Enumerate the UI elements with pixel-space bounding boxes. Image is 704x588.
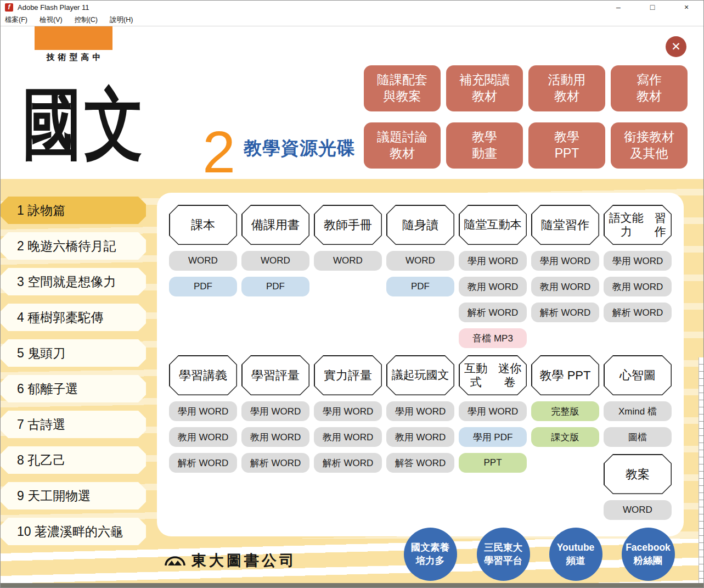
resource-button[interactable]: 學用 WORD xyxy=(604,251,672,271)
category-button-3[interactable]: 寫作教材 xyxy=(611,65,688,111)
category-button-grid: 隨課配套與教案補充閱讀教材活動用教材寫作教材議題討論教材教學動畫教學PPT銜接教… xyxy=(364,65,688,169)
resource-group-header: 備課用書 xyxy=(241,205,309,245)
resource-button[interactable]: 解析 WORD xyxy=(241,453,309,473)
resource-column-1-1: 課本WORDPDF xyxy=(169,205,237,348)
resource-button[interactable]: WORD xyxy=(169,251,237,271)
sidebar-item-lesson-1[interactable]: 1 詠物篇 xyxy=(1,197,146,224)
right-scrollbar-strip[interactable] xyxy=(699,357,704,588)
resource-button[interactable]: 學用 PDF xyxy=(459,427,527,447)
resource-button[interactable]: 課文版 xyxy=(531,427,599,447)
resource-button[interactable]: 解析 WORD xyxy=(459,303,527,322)
series-label: 技術型高中 xyxy=(35,52,112,63)
footer-link-circle-3[interactable]: Facebook粉絲團 xyxy=(622,528,675,581)
resource-button[interactable]: WORD xyxy=(604,500,672,520)
category-button-1[interactable]: 補充閱讀教材 xyxy=(446,65,523,111)
resource-column-2-7: 心智圖Xmind 檔圖檔教案WORD xyxy=(604,355,672,520)
menu-item-0[interactable]: 檔案(F) xyxy=(5,15,27,25)
resource-button[interactable]: 解析 WORD xyxy=(604,303,672,322)
footer-link-circle-1[interactable]: 三民東大學習平台 xyxy=(477,528,530,581)
resource-button[interactable]: 學用 WORD xyxy=(531,251,599,271)
footer-link-circle-2[interactable]: Youtube頻道 xyxy=(549,528,602,581)
sidebar-item-lesson-8[interactable]: 8 孔乙己 xyxy=(1,446,146,474)
resource-button[interactable]: 音檔 MP3 xyxy=(459,328,527,348)
resource-button[interactable]: 解析 WORD xyxy=(314,453,382,473)
category-button-5[interactable]: 教學動畫 xyxy=(446,122,523,169)
category-button-6[interactable]: 教學PPT xyxy=(528,122,605,169)
category-button-0[interactable]: 隨課配套與教案 xyxy=(364,65,441,111)
resource-button[interactable]: 教用 WORD xyxy=(241,427,309,447)
close-app-icon[interactable]: ✕ xyxy=(666,36,686,57)
resource-group-header: 隨堂習作 xyxy=(531,205,599,245)
resource-button[interactable]: 學用 WORD xyxy=(386,401,454,421)
menu-item-1[interactable]: 檢視(V) xyxy=(40,15,63,25)
sidebar-item-lesson-4[interactable]: 4 種樹郭橐駝傳 xyxy=(1,304,146,331)
resource-button[interactable]: 教用 WORD xyxy=(531,277,599,296)
resource-button[interactable]: PPT xyxy=(459,453,527,473)
sidebar-item-lesson-6[interactable]: 6 郁離子選 xyxy=(1,375,146,402)
resource-column-1-5: 隨堂互動本學用 WORD教用 WORD解析 WORD音檔 MP3 xyxy=(459,205,527,348)
resource-button[interactable]: 學用 WORD xyxy=(314,401,382,421)
resource-button[interactable]: 學用 WORD xyxy=(459,251,527,271)
resource-button[interactable]: Xmind 檔 xyxy=(604,401,672,421)
category-button-2[interactable]: 活動用教材 xyxy=(528,65,605,111)
resource-button[interactable]: 解析 WORD xyxy=(531,303,599,322)
resource-button[interactable]: 教用 WORD xyxy=(386,427,454,447)
resource-section-2: 學習講義學用 WORD教用 WORD解析 WORD學習評量學用 WORD教用 W… xyxy=(169,355,684,520)
sidebar-item-lesson-2[interactable]: 2 晚遊六橋待月記 xyxy=(1,232,146,260)
sidebar-item-lesson-3[interactable]: 3 空間就是想像力 xyxy=(1,268,146,295)
resource-button[interactable]: 圖檔 xyxy=(604,427,672,447)
resource-button[interactable]: 教用 WORD xyxy=(314,427,382,447)
resource-button[interactable]: 教用 WORD xyxy=(459,277,527,296)
resource-column-1-4: 隨身讀WORDPDF xyxy=(386,205,454,348)
page-subtitle: 教學資源光碟 xyxy=(244,136,356,161)
resource-button[interactable]: 解析 WORD xyxy=(169,453,237,473)
resource-button[interactable]: 教用 WORD xyxy=(169,427,237,447)
resource-button[interactable]: 解答 WORD xyxy=(386,453,454,473)
resource-button[interactable]: WORD xyxy=(314,251,382,271)
resource-button[interactable]: PDF xyxy=(241,277,309,296)
resource-button[interactable]: 學用 WORD xyxy=(241,401,309,421)
sidebar-item-lesson-9[interactable]: 9 天工開物選 xyxy=(1,482,146,509)
page-title: 國文 xyxy=(22,80,146,170)
resource-group-header: 學習評量 xyxy=(241,355,309,395)
resource-column-2-6: 教學 PPT完整版課文版 xyxy=(531,355,599,520)
footer-link-circle-0[interactable]: 國文素養培力多 xyxy=(404,528,457,581)
resource-group-header: 互動式迷你卷 xyxy=(459,355,527,395)
sidebar-item-lesson-7[interactable]: 7 古詩選 xyxy=(1,411,146,438)
window-bottom-border xyxy=(1,583,704,587)
resource-column-1-6: 隨堂習作學用 WORD教用 WORD解析 WORD xyxy=(531,205,599,348)
close-window-button[interactable]: × xyxy=(669,1,703,14)
menu-item-3[interactable]: 說明(H) xyxy=(110,15,133,25)
resource-section-1: 課本WORDPDF備課用書WORDPDF教師手冊WORD隨身讀WORDPDF隨堂… xyxy=(169,205,684,348)
resource-button[interactable]: 學用 WORD xyxy=(459,401,527,421)
flash-player-window: f Adobe Flash Player 11 – □ × 檔案(F)檢視(V)… xyxy=(0,0,704,588)
resource-group-header: 隨堂互動本 xyxy=(459,205,527,245)
resource-button[interactable]: 教用 WORD xyxy=(604,277,672,296)
window-title: Adobe Flash Player 11 xyxy=(18,3,89,12)
resource-button[interactable]: WORD xyxy=(386,251,454,271)
category-button-4[interactable]: 議題討論教材 xyxy=(364,122,441,169)
maximize-button[interactable]: □ xyxy=(635,1,669,14)
minimize-button[interactable]: – xyxy=(601,1,635,14)
menu-item-2[interactable]: 控制(C) xyxy=(75,15,98,25)
sidebar-item-lesson-5[interactable]: 5 鬼頭刀 xyxy=(1,339,146,367)
resource-column-2-2: 學習評量學用 WORD教用 WORD解析 WORD xyxy=(241,355,309,520)
publisher-brand-block xyxy=(35,26,112,50)
resource-button[interactable]: 完整版 xyxy=(531,401,599,421)
resource-group-header: 教師手冊 xyxy=(314,205,382,245)
title-bar: f Adobe Flash Player 11 – □ × xyxy=(1,1,703,14)
resource-button[interactable]: WORD xyxy=(241,251,309,271)
resource-button[interactable]: PDF xyxy=(169,277,237,296)
resource-group-header: 實力評量 xyxy=(314,355,382,395)
category-button-7[interactable]: 銜接教材及其他 xyxy=(611,122,688,169)
volume-number: 2 xyxy=(202,122,235,182)
resource-column-1-7: 語文能力習作學用 WORD教用 WORD解析 WORD xyxy=(604,205,672,348)
resource-column-1-3: 教師手冊WORD xyxy=(314,205,382,348)
content-stage: 1 詠物篇2 晚遊六橋待月記3 空間就是想像力4 種樹郭橐駝傳5 鬼頭刀6 郁離… xyxy=(1,179,704,584)
resource-group-header: 學習講義 xyxy=(169,355,237,395)
resource-group-header: 教案 xyxy=(604,454,672,494)
menu-bar: 檔案(F)檢視(V)控制(C)說明(H) xyxy=(1,14,703,26)
resource-button[interactable]: PDF xyxy=(386,277,454,296)
flash-player-icon: f xyxy=(5,3,13,12)
resource-button[interactable]: 學用 WORD xyxy=(169,401,237,421)
